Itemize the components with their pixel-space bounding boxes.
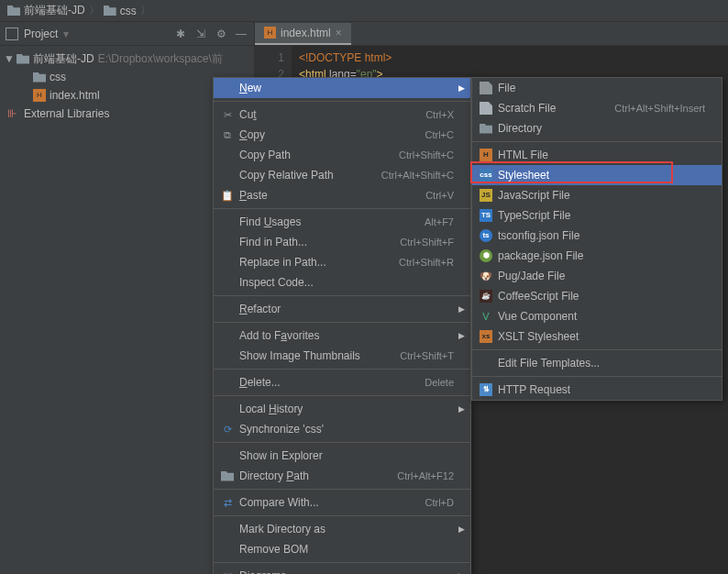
tree-path: E:\Dropbox\workspace\前	[98, 51, 223, 67]
separator	[214, 295, 470, 296]
menu-find-in-path[interactable]: Find in Path...Ctrl+Shift+F	[214, 232, 470, 252]
html-file-icon: H	[33, 89, 46, 102]
toolwindow-title[interactable]: Project	[24, 28, 58, 40]
menu-remove-bom[interactable]: Remove BOM	[214, 539, 470, 559]
file-icon	[478, 82, 494, 94]
tree-label: 前端基础-JD	[33, 51, 94, 67]
menu-new-file[interactable]: File	[472, 78, 722, 98]
tree-label: index.html	[50, 89, 100, 102]
close-icon[interactable]: ×	[336, 27, 342, 39]
menu-refactor[interactable]: Refactor▶	[214, 299, 470, 319]
breadcrumb: 前端基础-JD 〉 css 〉	[0, 0, 728, 22]
gear-icon[interactable]: ⚙	[214, 27, 228, 41]
vue-icon: V	[478, 311, 494, 322]
menu-inspect-code[interactable]: Inspect Code...	[214, 272, 470, 293]
scissors-icon: ✂	[219, 109, 236, 121]
package-json-icon: ⬢	[478, 249, 494, 262]
folder-icon	[219, 471, 236, 481]
xslt-icon: xs	[478, 330, 494, 343]
coffeescript-icon: ☕	[478, 290, 494, 303]
menu-add-favorites[interactable]: Add to Favorites▶	[214, 326, 470, 346]
http-icon: ⇅	[478, 383, 494, 396]
chevron-down-icon[interactable]: ▾	[63, 28, 69, 40]
separator	[214, 395, 470, 396]
menu-show-in-explorer[interactable]: Show in Explorer	[214, 446, 470, 466]
css-file-icon: css	[478, 169, 494, 182]
menu-local-history[interactable]: Local History▶	[214, 399, 470, 419]
collapse-icon[interactable]: ⇲	[193, 27, 208, 41]
tree-label: css	[50, 71, 66, 83]
menu-find-usages[interactable]: Find UsagesAlt+F7	[214, 212, 470, 232]
locate-icon[interactable]: ✱	[173, 27, 188, 41]
chevron-down-icon[interactable]: ▼	[4, 52, 13, 65]
menu-new-tsconfig[interactable]: tstsconfig.json File	[472, 226, 722, 246]
menu-new-javascript-file[interactable]: JSJavaScript File	[472, 185, 722, 205]
folder-icon	[104, 6, 116, 16]
menu-new-html-file[interactable]: HHTML File	[472, 145, 722, 165]
breadcrumb-sub[interactable]: css	[120, 5, 137, 17]
menu-compare-with[interactable]: ⇄Compare With...Ctrl+D	[214, 492, 470, 513]
tree-label: External Libraries	[24, 107, 109, 120]
compare-icon: ⇄	[219, 497, 236, 509]
pug-file-icon: 🐶	[478, 270, 494, 282]
folder-icon	[7, 6, 20, 16]
library-icon: ⊪	[7, 107, 20, 120]
separator	[214, 489, 470, 490]
menu-new-package-json[interactable]: ⬢package.json File	[472, 246, 722, 266]
menu-cut[interactable]: ✂CutCtrl+X	[214, 105, 470, 125]
chevron-right-icon: 〉	[140, 3, 151, 18]
folder-icon	[478, 124, 494, 134]
new-submenu: File Scratch FileCtrl+Alt+Shift+Insert D…	[471, 77, 722, 401]
scratch-file-icon	[478, 102, 494, 115]
diagram-icon: ⬚	[219, 570, 236, 575]
html-file-icon: H	[478, 149, 494, 161]
menu-copy-relative-path[interactable]: Copy Relative PathCtrl+Alt+Shift+C	[214, 165, 470, 185]
chevron-right-icon: ▶	[458, 83, 465, 93]
chevron-right-icon: ▶	[458, 524, 465, 534]
menu-directory-path[interactable]: Directory PathCtrl+Alt+F12	[214, 466, 470, 486]
separator	[214, 208, 470, 209]
separator	[472, 349, 722, 350]
tab-label: index.html	[281, 27, 331, 39]
menu-synchronize[interactable]: ⟳Synchronize 'css'	[214, 419, 470, 439]
chevron-right-icon: ▶	[458, 404, 465, 414]
menu-diagrams[interactable]: ⬚Diagrams▶	[214, 566, 470, 574]
separator	[472, 376, 722, 377]
folder-icon	[33, 72, 46, 83]
menu-new-typescript-file[interactable]: TSTypeScript File	[472, 205, 722, 226]
menu-new-http-request[interactable]: ⇅HTTP Request	[472, 380, 722, 400]
tab-index-html[interactable]: H index.html ×	[255, 23, 351, 45]
copy-icon: ⧉	[219, 129, 236, 141]
editor-tabs: H index.html ×	[255, 22, 728, 46]
line-number: 1	[255, 50, 284, 66]
menu-copy-path[interactable]: Copy PathCtrl+Shift+C	[214, 145, 470, 165]
menu-mark-directory-as[interactable]: Mark Directory as▶	[214, 519, 470, 539]
toolwindow-header: Project ▾ ✱ ⇲ ⚙ —	[0, 22, 254, 46]
tree-project-root[interactable]: ▼ 前端基础-JD E:\Dropbox\workspace\前	[0, 50, 254, 68]
separator	[214, 515, 470, 516]
hide-icon[interactable]: —	[234, 27, 248, 41]
menu-paste[interactable]: 📋PasteCtrl+V	[214, 185, 470, 205]
menu-new-coffeescript[interactable]: ☕CoffeeScript File	[472, 286, 722, 306]
clipboard-icon: 📋	[219, 190, 236, 202]
menu-replace-in-path[interactable]: Replace in Path...Ctrl+Shift+R	[214, 252, 470, 272]
separator	[214, 442, 470, 443]
menu-show-thumbnails[interactable]: Show Image ThumbnailsCtrl+Shift+T	[214, 346, 470, 366]
menu-new-scratch[interactable]: Scratch FileCtrl+Alt+Shift+Insert	[472, 98, 722, 118]
menu-new-pug[interactable]: 🐶Pug/Jade File	[472, 266, 722, 286]
chevron-right-icon: 〉	[89, 3, 100, 18]
separator	[214, 369, 470, 370]
menu-delete[interactable]: Delete...Delete	[214, 372, 470, 392]
menu-new-stylesheet[interactable]: cssStylesheet	[472, 165, 722, 185]
breadcrumb-root[interactable]: 前端基础-JD	[24, 3, 85, 18]
menu-new-directory[interactable]: Directory	[472, 118, 722, 138]
html-file-icon: H	[264, 27, 276, 39]
menu-new-vue[interactable]: VVue Component	[472, 306, 722, 326]
menu-new-xslt[interactable]: xsXSLT Stylesheet	[472, 326, 722, 347]
context-menu: New▶ ✂CutCtrl+X ⧉CopyCtrl+C Copy PathCtr…	[213, 77, 471, 574]
menu-copy[interactable]: ⧉CopyCtrl+C	[214, 125, 470, 145]
chevron-right-icon: ▶	[458, 331, 465, 340]
folder-icon	[17, 54, 29, 64]
menu-new[interactable]: New▶	[214, 78, 470, 98]
menu-edit-templates[interactable]: Edit File Templates...	[472, 353, 722, 373]
